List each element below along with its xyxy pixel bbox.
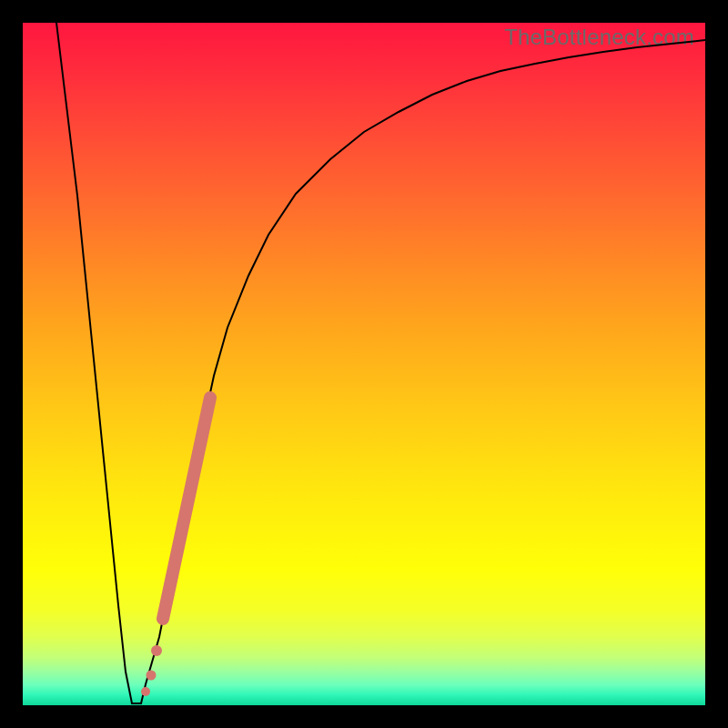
highlight-dot [141, 687, 150, 696]
bottleneck-curve [56, 23, 705, 703]
plot-area: TheBottleneck.com [23, 23, 705, 705]
highlight-dot [147, 671, 157, 681]
highlight-dot [151, 645, 162, 656]
chart-frame: TheBottleneck.com [0, 0, 728, 728]
chart-svg [23, 23, 705, 705]
highlight-band [163, 398, 210, 619]
